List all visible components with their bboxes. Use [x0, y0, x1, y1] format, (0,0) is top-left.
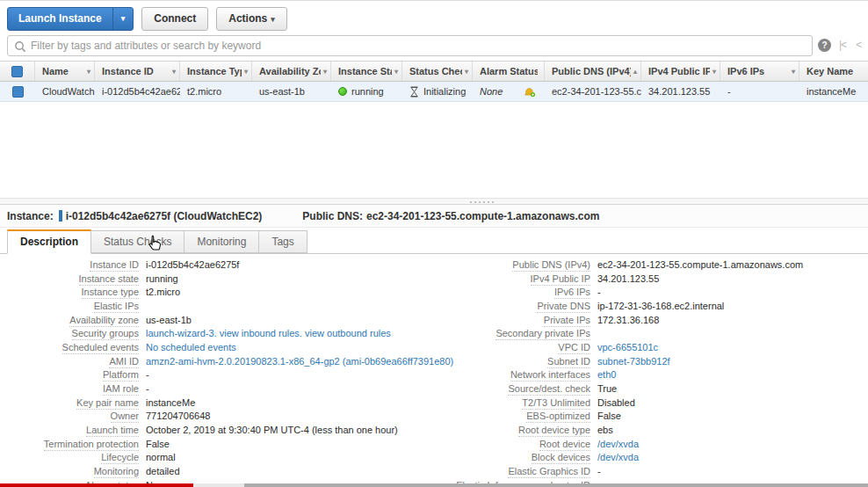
- field-label: Elastic Graphics ID: [434, 466, 590, 476]
- details-header: Instance: i-012d5b4c42ae6275f (CloudWatc…: [0, 205, 868, 228]
- field-value[interactable]: /dev/xvda: [590, 439, 639, 449]
- detail-row: Elastic IPs: [0, 299, 432, 313]
- detail-row: Secondary private IPs: [434, 326, 868, 340]
- detail-row: AMI ID amzn2-ami-hvm-2.0.20190823.1-x86_…: [0, 354, 432, 368]
- launch-instance-button[interactable]: Launch Instance ▾: [7, 7, 134, 31]
- search-box[interactable]: [7, 35, 813, 56]
- sort-caret-icon: ▾: [789, 68, 795, 76]
- detail-row: Scheduled events No scheduled events: [0, 340, 432, 354]
- field-value: -: [139, 383, 149, 394]
- column-header[interactable]: Public DNS (IPv4) ▴: [545, 62, 641, 81]
- detail-row: Lifecycle normal: [0, 451, 432, 465]
- field-value: 34.201.123.55: [590, 273, 659, 284]
- field-value: False: [590, 411, 621, 421]
- column-header[interactable]: Instance State ▾: [331, 62, 402, 81]
- launch-instance-dropdown[interactable]: ▾: [112, 8, 134, 30]
- field-label: IPv6 IPs: [434, 287, 590, 297]
- prev-page-icon[interactable]: <: [856, 39, 861, 51]
- field-value[interactable]: launch-wizard-3. view inbound rules. vie…: [139, 328, 391, 338]
- pagination: |< <: [839, 39, 861, 51]
- actions-button[interactable]: Actions▾: [216, 7, 287, 31]
- column-header[interactable]: IPv4 Public IP ▾: [641, 62, 720, 81]
- column-header[interactable]: Instance ID ▾: [95, 62, 180, 81]
- field-value: -: [590, 466, 601, 476]
- field-value: ec2-34-201-123-55.compute-1.amazonaws.co…: [590, 259, 803, 270]
- launch-instance-label: Launch Instance: [8, 8, 112, 30]
- field-value: instanceMe: [139, 397, 195, 408]
- field-label: Subnet ID: [434, 356, 590, 367]
- field-value: us-east-1b: [139, 315, 192, 325]
- field-label: T2/T3 Unlimited: [434, 397, 590, 408]
- selection-indicator: [59, 210, 62, 222]
- key-name-cell: instanceMe: [799, 82, 868, 101]
- column-header[interactable]: Alarm Status: [473, 62, 545, 81]
- details-tab[interactable]: Tags: [259, 230, 307, 253]
- field-label: AMI ID: [0, 356, 139, 367]
- video-progress-bar[interactable]: [0, 483, 868, 487]
- filter-input[interactable]: [31, 37, 804, 55]
- details-tab[interactable]: Monitoring: [184, 230, 259, 253]
- select-all-cell: [0, 62, 35, 81]
- field-label: Elastic IPs: [0, 301, 139, 311]
- field-label: Root device type: [434, 425, 590, 435]
- connect-button[interactable]: Connect: [141, 7, 208, 31]
- sort-caret-icon: ▾: [321, 68, 327, 76]
- instance-state-cell: running: [331, 82, 402, 101]
- field-label: Root device: [434, 439, 590, 449]
- field-value[interactable]: vpc-6655101c: [590, 342, 658, 353]
- instance-type-cell: t2.micro: [180, 82, 252, 101]
- details-tab[interactable]: Status Checks: [91, 230, 184, 253]
- sort-caret-icon: ▾: [710, 68, 716, 76]
- filter-bar: ? |< <: [0, 35, 868, 58]
- column-header[interactable]: Status Checks ▾: [402, 62, 473, 81]
- field-value[interactable]: amzn2-ami-hvm-2.0.20190823.1-x86_64-gp2 …: [139, 356, 453, 367]
- field-label: Private DNS: [434, 301, 590, 311]
- field-label: Launch time: [0, 425, 139, 435]
- detail-row: IPv6 IPs -: [434, 285, 868, 299]
- column-header[interactable]: Availability Zone ▾: [252, 62, 331, 81]
- field-value[interactable]: /dev/xvda: [590, 452, 639, 462]
- field-value[interactable]: subnet-73bb912f: [590, 356, 670, 367]
- detail-row: Security groups launch-wizard-3. view in…: [0, 326, 432, 340]
- field-value: -: [590, 287, 601, 297]
- row-checkbox[interactable]: [12, 86, 24, 98]
- detail-row: Termination protection False: [0, 437, 432, 451]
- detail-row: T2/T3 Unlimited Disabled: [434, 396, 868, 410]
- description-left-column: Instance ID i-012d5b4c42ae6275f Instance…: [0, 258, 432, 487]
- detail-row: Key pair name instanceMe: [0, 396, 432, 410]
- field-label: IPv4 Public IP: [434, 273, 590, 284]
- public-dns-title: Public DNS:ec2-34-201-123-55.compute-1.a…: [302, 210, 599, 222]
- details-tab[interactable]: Description: [7, 229, 91, 254]
- field-value[interactable]: No scheduled events: [139, 342, 236, 353]
- field-label: Key pair name: [0, 397, 139, 408]
- field-value: ebs: [590, 425, 613, 435]
- field-label: Scheduled events: [0, 342, 139, 353]
- column-header[interactable]: Instance Type ▾: [180, 62, 252, 81]
- column-header[interactable]: IPv6 IPs ▾: [720, 62, 799, 81]
- detail-row: Instance state running: [0, 272, 432, 286]
- field-label: VPC ID: [434, 342, 590, 353]
- help-icon[interactable]: ?: [818, 39, 831, 52]
- sort-caret-icon: ▾: [392, 68, 398, 76]
- detail-row: Private IPs 172.31.36.168: [434, 313, 868, 327]
- details-tabs: Description Status Checks Monitoring Tag…: [0, 229, 868, 254]
- column-header[interactable]: Key Name: [799, 62, 868, 81]
- field-label: Lifecycle: [0, 452, 139, 462]
- detail-row: Root device type ebs: [434, 423, 868, 437]
- detail-row: Public DNS (IPv4) ec2-34-201-123-55.comp…: [434, 258, 868, 272]
- field-label: Termination protection: [0, 439, 139, 449]
- detail-row: Subnet ID subnet-73bb912f: [434, 354, 868, 368]
- pane-splitter[interactable]: [0, 198, 868, 205]
- detail-row: Root device /dev/xvda: [434, 437, 868, 451]
- progress-watched: [0, 483, 193, 487]
- first-page-icon[interactable]: |<: [839, 39, 846, 51]
- create-alarm-icon[interactable]: [524, 86, 536, 98]
- field-value[interactable]: eth0: [590, 369, 616, 380]
- column-header[interactable]: Name ▾: [35, 62, 95, 81]
- description-panel: Instance ID i-012d5b4c42ae6275f Instance…: [0, 255, 868, 487]
- ipv4-public-ip-cell: 34.201.123.55: [641, 82, 720, 101]
- instance-row[interactable]: CloudWatch... i-012d5b4c42ae6275f t2.mic…: [0, 82, 868, 102]
- instance-label: Instance:: [7, 210, 54, 222]
- field-label: Platform: [0, 369, 139, 380]
- select-all-checkbox[interactable]: [11, 66, 23, 77]
